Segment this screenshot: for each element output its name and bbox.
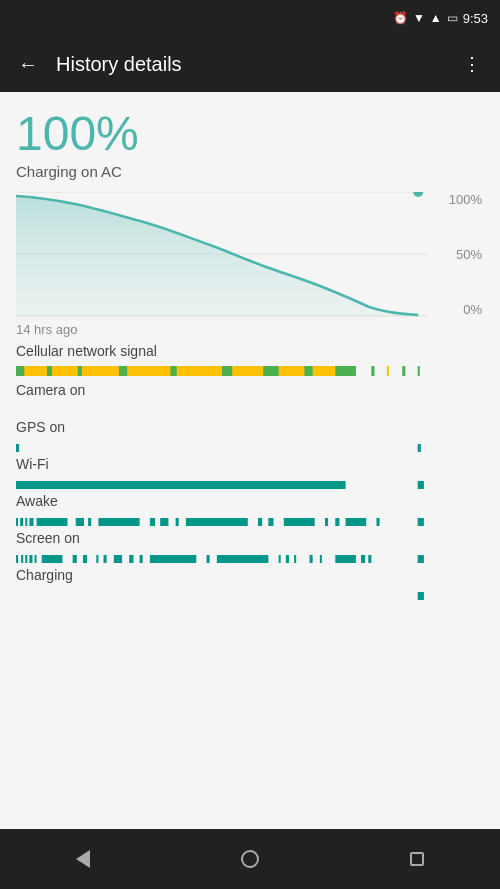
svg-rect-47 (29, 555, 32, 563)
svg-rect-23 (418, 481, 424, 489)
battery-icon: ▭ (447, 11, 458, 25)
svg-rect-62 (294, 555, 296, 563)
svg-rect-54 (114, 555, 122, 563)
svg-rect-60 (279, 555, 281, 563)
activity-row-wifi: Wi-Fi (16, 456, 484, 483)
svg-rect-51 (83, 555, 87, 563)
svg-rect-17 (402, 366, 405, 376)
svg-rect-5 (16, 366, 24, 376)
app-bar: ← History details ⋮ (0, 36, 500, 92)
time-label: 14 hrs ago (16, 322, 77, 337)
svg-rect-46 (25, 555, 27, 563)
svg-rect-32 (150, 518, 155, 526)
wifi-label: Wi-Fi (16, 456, 484, 472)
screen-bar (16, 549, 428, 557)
svg-rect-39 (325, 518, 328, 526)
svg-rect-10 (171, 366, 177, 376)
svg-rect-63 (310, 555, 313, 563)
svg-rect-68 (418, 555, 424, 563)
signal-icon: ▲ (430, 11, 442, 25)
svg-rect-48 (35, 555, 37, 563)
screen-label: Screen on (16, 530, 484, 546)
svg-rect-14 (335, 366, 356, 376)
svg-rect-9 (119, 366, 127, 376)
main-content: 100% Charging on AC (0, 92, 500, 594)
activity-row-cellular: Cellular network signal (16, 343, 484, 372)
svg-rect-26 (25, 518, 27, 526)
status-bar: ⏰ ▼ ▲ ▭ 9:53 (0, 0, 500, 36)
nav-recents-button[interactable] (387, 829, 447, 889)
svg-rect-61 (286, 555, 289, 563)
status-time: 9:53 (463, 11, 488, 26)
svg-rect-24 (16, 518, 18, 526)
activity-row-charging: Charging (16, 567, 484, 594)
battery-svg (16, 192, 428, 317)
nav-home-icon (241, 850, 259, 868)
back-button[interactable]: ← (8, 44, 48, 84)
svg-rect-45 (21, 555, 23, 563)
svg-rect-28 (37, 518, 68, 526)
svg-rect-67 (368, 555, 371, 563)
svg-rect-65 (335, 555, 356, 563)
svg-rect-56 (140, 555, 143, 563)
nav-recents-icon (410, 852, 424, 866)
chart-area (16, 192, 428, 317)
svg-rect-12 (263, 366, 278, 376)
svg-rect-35 (186, 518, 248, 526)
svg-rect-27 (29, 518, 33, 526)
activity-row-screen: Screen on (16, 530, 484, 557)
svg-rect-16 (387, 366, 389, 376)
svg-rect-15 (371, 366, 374, 376)
svg-rect-29 (76, 518, 84, 526)
chart-label-100: 100% (449, 192, 482, 207)
svg-rect-59 (217, 555, 269, 563)
nav-home-button[interactable] (220, 829, 280, 889)
overflow-menu-button[interactable]: ⋮ (452, 44, 492, 84)
svg-rect-6 (31, 366, 43, 376)
svg-rect-41 (346, 518, 367, 526)
activity-row-awake: Awake (16, 493, 484, 520)
charging-status: Charging on AC (16, 163, 484, 180)
chart-label-0: 0% (463, 302, 482, 317)
svg-rect-40 (335, 518, 339, 526)
svg-rect-25 (20, 518, 23, 526)
awake-bar (16, 512, 428, 520)
svg-rect-42 (377, 518, 380, 526)
activity-row-camera: Camera on (16, 382, 484, 409)
svg-rect-64 (320, 555, 322, 563)
camera-label: Camera on (16, 382, 484, 398)
svg-rect-21 (418, 444, 421, 452)
svg-rect-19 (16, 407, 428, 415)
wifi-icon: ▼ (413, 11, 425, 25)
gps-label: GPS on (16, 419, 484, 435)
svg-rect-55 (129, 555, 133, 563)
svg-rect-22 (16, 481, 346, 489)
activity-section: Cellular network signal (16, 343, 484, 594)
svg-rect-31 (98, 518, 139, 526)
page-title: History details (56, 53, 444, 76)
awake-label: Awake (16, 493, 484, 509)
svg-rect-44 (16, 555, 18, 563)
chart-label-50: 50% (456, 247, 482, 262)
svg-rect-7 (47, 366, 52, 376)
svg-rect-8 (78, 366, 82, 376)
battery-chart: 100% 50% 0% 14 hrs ago (16, 192, 484, 337)
navigation-bar (0, 829, 500, 889)
svg-rect-69 (418, 592, 424, 600)
nav-back-button[interactable] (53, 829, 113, 889)
svg-rect-11 (222, 366, 232, 376)
battery-percentage: 100% (16, 108, 484, 161)
gps-bar (16, 438, 428, 446)
svg-rect-52 (96, 555, 98, 563)
svg-rect-36 (258, 518, 262, 526)
cellular-bar (16, 362, 428, 372)
svg-rect-38 (284, 518, 315, 526)
svg-rect-66 (361, 555, 365, 563)
wifi-bar (16, 475, 428, 483)
svg-rect-58 (207, 555, 210, 563)
svg-rect-13 (304, 366, 312, 376)
charging-bar (16, 586, 428, 594)
status-icons: ⏰ ▼ ▲ ▭ 9:53 (393, 11, 488, 26)
svg-rect-57 (150, 555, 196, 563)
svg-rect-50 (73, 555, 77, 563)
